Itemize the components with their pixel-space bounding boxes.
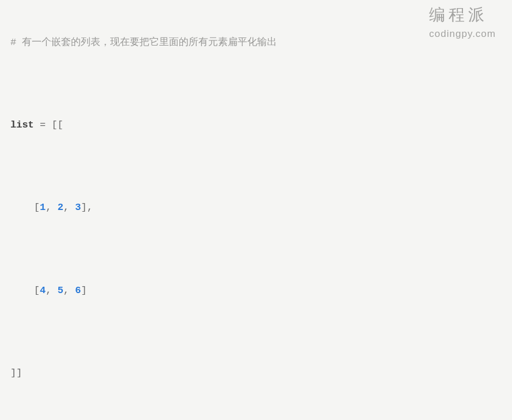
code-punct: ], [81,202,92,213]
code-punct: , [46,202,57,213]
code-number: 1 [40,202,46,213]
code-number: 5 [58,285,63,296]
code-punct: , [63,202,75,213]
code-number: 4 [40,285,46,296]
watermark-en: codingpy.com [429,27,496,41]
code-punct: [ [10,202,40,213]
code-punct: , [46,285,57,296]
code-punct: = [[ [34,119,63,130]
code-ident: list [10,119,34,130]
code-number: 3 [75,202,81,213]
code-punct: [ [10,285,40,296]
code-punct: ]] [10,367,22,378]
code-number: 2 [58,202,63,213]
watermark-cn: 编程派 [429,3,496,26]
comment-line: # 有一个嵌套的列表，现在要把它里面的所有元素扁平化输出 [10,37,277,48]
code-number: 6 [75,285,81,296]
code-block: # 有一个嵌套的列表，现在要把它里面的所有元素扁平化输出 list = [[ [… [10,8,502,420]
code-punct: ] [81,285,86,296]
code-punct: , [63,285,75,296]
watermark: 编程派 codingpy.com [429,3,496,41]
